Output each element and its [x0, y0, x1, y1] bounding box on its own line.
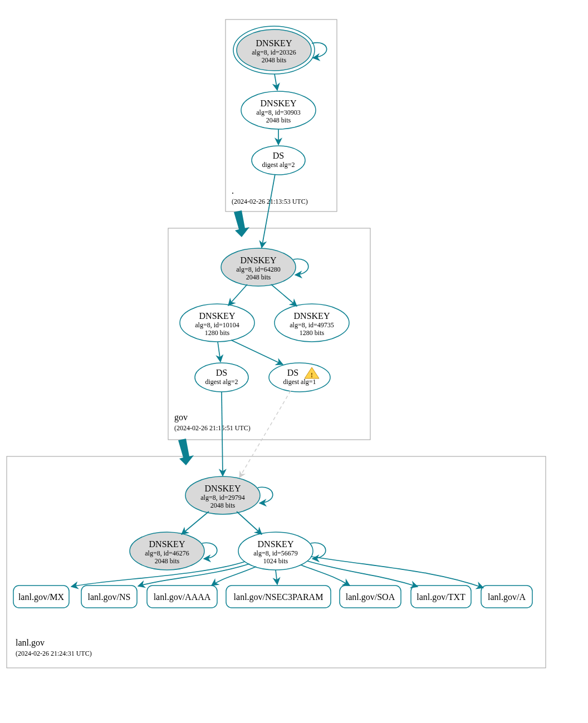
edge-lanl-ksk-zsk2 — [237, 511, 262, 534]
svg-text:DS: DS — [273, 151, 284, 160]
svg-text:2048 bits: 2048 bits — [246, 273, 271, 281]
svg-text:2048 bits: 2048 bits — [266, 116, 291, 124]
edge-gov-zsk1-ds2 — [231, 340, 283, 365]
edge-root-ds-gov-ksk — [262, 174, 275, 248]
node-lanl-ksk: DNSKEY alg=8, id=29794 2048 bits — [185, 476, 260, 514]
svg-text:DNSKEY: DNSKEY — [149, 539, 185, 549]
node-gov-ds1: DS digest alg=2 — [195, 363, 248, 392]
svg-text:alg=8, id=46276: alg=8, id=46276 — [145, 549, 189, 557]
rr-aaaa: lanl.gov/AAAA — [154, 592, 211, 602]
svg-text:DNSKEY: DNSKEY — [294, 311, 330, 321]
edge-zsk2-a — [311, 557, 483, 588]
zone-arrow-gov-lanl — [178, 439, 194, 465]
svg-text:digest alg=2: digest alg=2 — [205, 378, 238, 386]
svg-text:1280 bits: 1280 bits — [205, 329, 230, 337]
edge-gov-ksk-zsk2 — [271, 284, 297, 306]
svg-text:alg=8, id=30903: alg=8, id=30903 — [256, 109, 301, 116]
svg-text:DNSKEY: DNSKEY — [199, 311, 236, 321]
svg-text:1280 bits: 1280 bits — [300, 329, 325, 337]
svg-text:DNSKEY: DNSKEY — [241, 255, 277, 265]
svg-text:2048 bits: 2048 bits — [155, 557, 180, 565]
svg-text:DNSKEY: DNSKEY — [256, 38, 292, 48]
edge-gov-ksk-zsk1 — [228, 284, 247, 306]
zone-time-lanl: (2024-02-26 21:24:31 UTC) — [16, 650, 92, 657]
node-gov-zsk1: DNSKEY alg=8, id=10104 1280 bits — [180, 304, 254, 342]
svg-text:DS: DS — [287, 368, 298, 377]
svg-text:digest alg=1: digest alg=1 — [283, 378, 316, 386]
edge-gov-ds2-lanl-ksk — [239, 391, 291, 478]
svg-text:1024 bits: 1024 bits — [263, 557, 288, 565]
svg-text:alg=8, id=29794: alg=8, id=29794 — [200, 494, 245, 501]
rr-n3p: lanl.gov/NSEC3PARAM — [234, 592, 324, 602]
svg-text:alg=8, id=49735: alg=8, id=49735 — [290, 321, 334, 329]
svg-point-24 — [195, 363, 248, 392]
svg-point-9 — [252, 146, 305, 175]
svg-text:2048 bits: 2048 bits — [210, 501, 236, 509]
svg-text:DNSKEY: DNSKEY — [261, 99, 297, 108]
zone-time-gov: (2024-02-26 21:15:51 UTC) — [174, 424, 251, 432]
node-gov-ksk: DNSKEY alg=8, id=64280 2048 bits — [221, 248, 296, 286]
node-gov-ds2: DS digest alg=1 ! — [269, 363, 330, 392]
svg-text:DNSKEY: DNSKEY — [258, 539, 294, 549]
edge-gov-ds1-lanl-ksk — [222, 392, 223, 476]
dnssec-graph: . (2024-02-26 21:13:53 UTC) DNSKEY alg=8… — [0, 0, 588, 723]
svg-point-27 — [269, 363, 330, 392]
svg-text:2048 bits: 2048 bits — [262, 56, 287, 64]
svg-text:alg=8, id=64280: alg=8, id=64280 — [236, 265, 281, 273]
zone-arrow-root-gov — [234, 210, 249, 237]
zone-label-gov: gov — [174, 412, 188, 422]
edge-zsk2-aaaa — [212, 567, 256, 586]
svg-text:!: ! — [311, 371, 313, 379]
svg-text:DS: DS — [216, 368, 227, 377]
zone-label-root: . — [232, 186, 234, 195]
rr-txt: lanl.gov/TXT — [416, 592, 465, 602]
edge-zsk2-n3p — [276, 570, 277, 584]
node-root-ds: DS digest alg=2 — [252, 146, 305, 175]
rr-mx: lanl.gov/MX — [18, 592, 65, 602]
edge-lanl-ksk-zsk1 — [182, 511, 209, 534]
edge-root-ksk-zsk — [275, 74, 277, 90]
node-root-zsk: DNSKEY alg=8, id=30903 2048 bits — [241, 91, 316, 129]
svg-text:alg=8, id=10104: alg=8, id=10104 — [195, 321, 239, 329]
svg-text:alg=8, id=20326: alg=8, id=20326 — [252, 48, 296, 56]
node-root-ksk: DNSKEY alg=8, id=20326 2048 bits — [233, 26, 315, 74]
svg-text:DNSKEY: DNSKEY — [205, 484, 241, 493]
node-gov-zsk2: DNSKEY alg=8, id=49735 1280 bits — [275, 304, 349, 342]
edge-gov-zsk1-ds1 — [218, 342, 220, 362]
node-lanl-zsk1: DNSKEY alg=8, id=46276 2048 bits — [130, 532, 204, 570]
rr-a: lanl.gov/A — [488, 592, 526, 602]
rr-soa: lanl.gov/SOA — [346, 592, 395, 602]
svg-text:alg=8, id=56679: alg=8, id=56679 — [253, 549, 298, 557]
svg-text:digest alg=2: digest alg=2 — [262, 161, 295, 169]
edge-zsk2-soa — [301, 565, 350, 586]
rr-ns: lanl.gov/NS — [88, 592, 131, 602]
zone-label-lanl: lanl.gov — [16, 638, 45, 648]
rrset-row: lanl.gov/MX lanl.gov/NS lanl.gov/AAAA la… — [13, 586, 532, 608]
